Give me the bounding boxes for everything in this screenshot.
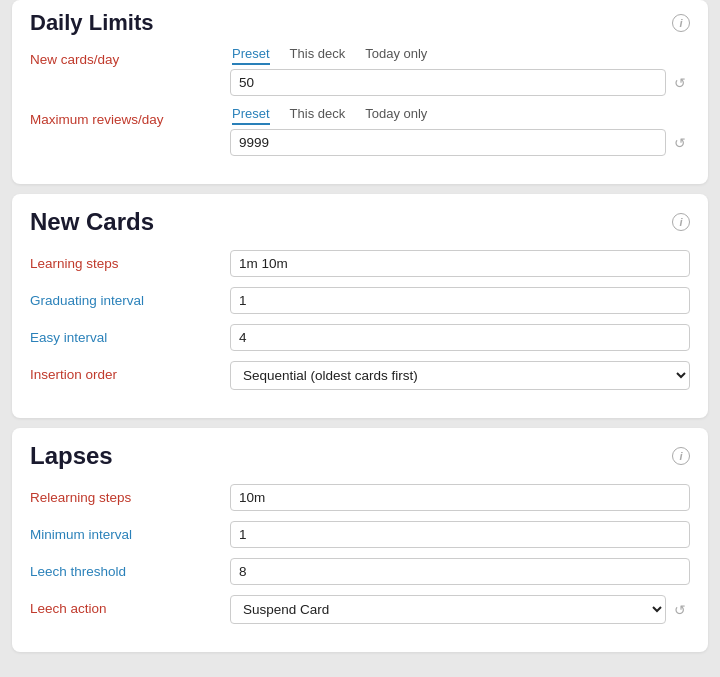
new-cards-day-reset-btn[interactable]: ↺ [670,73,690,93]
minimum-interval-right [230,521,690,548]
new-cards-section-title: New Cards i [30,208,690,236]
leech-threshold-input[interactable] [230,558,690,585]
graduating-interval-right [230,287,690,314]
leech-action-input-row: Suspend Card Tag Only ↺ [230,595,690,624]
max-reviews-thisdeck-tab[interactable]: This deck [290,106,346,125]
relearning-steps-right [230,484,690,511]
new-cards-preset-tab[interactable]: Preset [232,46,270,65]
leech-threshold-label: Leech threshold [30,558,230,579]
max-reviews-preset-tab[interactable]: Preset [232,106,270,125]
leech-threshold-right [230,558,690,585]
graduating-interval-input[interactable] [230,287,690,314]
easy-interval-label: Easy interval [30,324,230,345]
new-cards-day-row: New cards/day Preset This deck Today onl… [30,46,690,96]
new-cards-day-label: New cards/day [30,46,230,67]
max-reviews-day-input[interactable] [230,129,666,156]
leech-action-right: Suspend Card Tag Only ↺ [230,595,690,624]
max-reviews-todayonly-tab[interactable]: Today only [365,106,427,125]
new-cards-heading: New Cards [30,208,154,236]
daily-limits-title: Daily Limits i [30,10,690,36]
insertion-order-right: Sequential (oldest cards first) Random [230,361,690,390]
leech-action-label: Leech action [30,595,230,616]
daily-limits-heading: Daily Limits [30,10,153,36]
graduating-interval-label: Graduating interval [30,287,230,308]
lapses-heading: Lapses [30,442,113,470]
learning-steps-row: Learning steps [30,250,690,277]
graduating-interval-row: Graduating interval [30,287,690,314]
daily-limits-info-icon[interactable]: i [672,14,690,32]
leech-threshold-row: Leech threshold [30,558,690,585]
learning-steps-label: Learning steps [30,250,230,271]
minimum-interval-row: Minimum interval [30,521,690,548]
relearning-steps-label: Relearning steps [30,484,230,505]
easy-interval-right [230,324,690,351]
insertion-order-select[interactable]: Sequential (oldest cards first) Random [230,361,690,390]
leech-action-select[interactable]: Suspend Card Tag Only [230,595,666,624]
daily-limits-section: Daily Limits i New cards/day Preset This… [12,0,708,184]
new-cards-thisdeck-tab[interactable]: This deck [290,46,346,65]
max-reviews-day-right: Preset This deck Today only ↺ [230,106,690,156]
learning-steps-input[interactable] [230,250,690,277]
learning-steps-right [230,250,690,277]
max-reviews-day-reset-btn[interactable]: ↺ [670,133,690,153]
lapses-section: Lapses i Relearning steps Minimum interv… [12,428,708,652]
leech-action-row: Leech action Suspend Card Tag Only ↺ [30,595,690,624]
max-reviews-day-input-row: ↺ [230,129,690,156]
new-cards-day-input[interactable] [230,69,666,96]
leech-action-reset-btn[interactable]: ↺ [670,600,690,620]
easy-interval-input[interactable] [230,324,690,351]
new-cards-todayonly-tab[interactable]: Today only [365,46,427,65]
easy-interval-row: Easy interval [30,324,690,351]
new-cards-day-right: Preset This deck Today only ↺ [230,46,690,96]
new-cards-day-input-row: ↺ [230,69,690,96]
insertion-order-label: Insertion order [30,361,230,382]
max-reviews-tabs: Preset This deck Today only [230,106,690,125]
new-cards-section: New Cards i Learning steps Graduating in… [12,194,708,418]
lapses-section-title: Lapses i [30,442,690,470]
minimum-interval-label: Minimum interval [30,521,230,542]
relearning-steps-input[interactable] [230,484,690,511]
insertion-order-row: Insertion order Sequential (oldest cards… [30,361,690,390]
relearning-steps-row: Relearning steps [30,484,690,511]
minimum-interval-input[interactable] [230,521,690,548]
max-reviews-day-row: Maximum reviews/day Preset This deck Tod… [30,106,690,156]
new-cards-info-icon[interactable]: i [672,213,690,231]
max-reviews-day-label: Maximum reviews/day [30,106,230,127]
new-cards-day-tabs: Preset This deck Today only [230,46,690,65]
lapses-info-icon[interactable]: i [672,447,690,465]
